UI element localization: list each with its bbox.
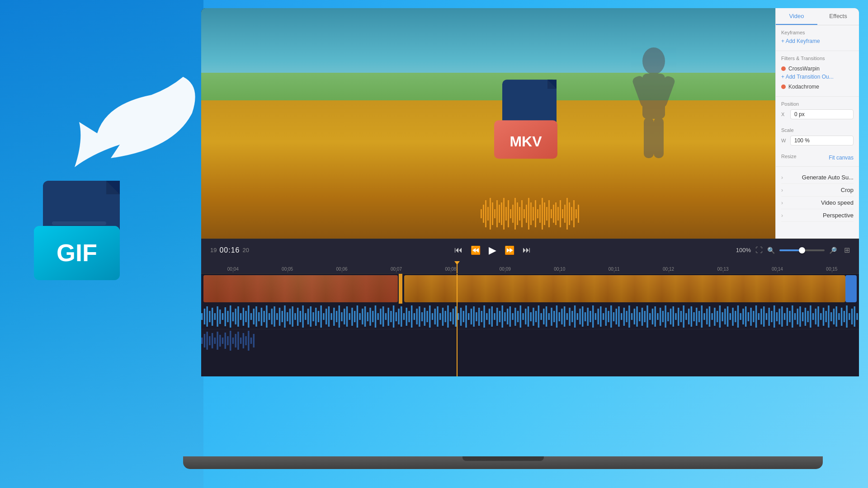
skip-back-button[interactable]: ⏮ — [454, 245, 462, 255]
zoom-slider[interactable] — [779, 249, 825, 251]
svg-rect-181 — [504, 312, 505, 321]
crop-row[interactable]: › Crop — [781, 184, 854, 197]
video-speed-row[interactable]: › Video speed — [781, 197, 854, 209]
svg-rect-302 — [817, 306, 819, 327]
video-clip-2[interactable] — [404, 275, 845, 302]
svg-rect-301 — [815, 309, 816, 324]
svg-rect-249 — [680, 311, 682, 322]
position-section: Position X 0 px — [776, 97, 859, 127]
add-keyframe-button[interactable]: + Add Keyframe — [781, 38, 854, 44]
scale-w-input[interactable]: 100 % — [790, 136, 854, 145]
svg-rect-149 — [421, 312, 423, 321]
svg-rect-289 — [784, 313, 785, 320]
svg-rect-299 — [810, 305, 811, 328]
svg-rect-225 — [618, 306, 619, 327]
svg-rect-56 — [562, 209, 563, 218]
clip-2-thumbnail — [404, 275, 845, 302]
svg-rect-259 — [706, 309, 708, 324]
svg-rect-226 — [621, 313, 622, 320]
svg-rect-158 — [444, 311, 446, 322]
svg-rect-89 — [266, 305, 267, 328]
svg-rect-187 — [520, 305, 521, 328]
svg-rect-47 — [542, 198, 543, 230]
svg-rect-260 — [709, 306, 710, 327]
position-label: Position — [781, 101, 854, 107]
svg-rect-79 — [240, 313, 241, 320]
resize-row: Resize Fit canvas — [781, 154, 854, 162]
ruler-mark-6: 00:10 — [533, 267, 587, 272]
svg-rect-125 — [359, 313, 360, 320]
svg-rect-96 — [284, 305, 285, 328]
svg-rect-82 — [248, 305, 249, 328]
svg-rect-273 — [742, 309, 744, 324]
svg-rect-87 — [261, 308, 262, 326]
play-button[interactable]: ▶ — [489, 244, 496, 256]
svg-rect-14 — [654, 117, 664, 158]
skip-forward-button[interactable]: ⏭ — [523, 245, 531, 255]
position-x-input[interactable]: 0 px — [790, 109, 854, 119]
crop-chevron: › — [781, 187, 783, 193]
svg-rect-113 — [328, 306, 330, 327]
time-after: 20 — [243, 247, 249, 253]
svg-rect-263 — [717, 311, 718, 322]
svg-rect-114 — [330, 313, 332, 320]
svg-rect-298 — [807, 311, 808, 322]
svg-rect-116 — [336, 311, 337, 322]
video-clip-1[interactable] — [203, 275, 398, 302]
svg-rect-141 — [401, 306, 402, 327]
svg-rect-91 — [271, 309, 273, 324]
svg-rect-62 — [576, 209, 577, 218]
svg-rect-93 — [276, 313, 278, 320]
svg-rect-157 — [442, 308, 443, 326]
svg-rect-81 — [245, 311, 246, 322]
svg-rect-200 — [553, 311, 555, 322]
svg-rect-215 — [592, 305, 594, 328]
mkv-overlay: MKV — [494, 77, 566, 161]
panel-toggle-button[interactable]: ⊞ — [844, 246, 850, 254]
svg-rect-51 — [551, 209, 552, 218]
forward-button[interactable]: ⏩ — [505, 245, 514, 255]
fit-canvas-button[interactable]: Fit canvas — [829, 155, 854, 161]
svg-rect-186 — [517, 311, 519, 322]
svg-rect-102 — [300, 311, 301, 322]
svg-rect-35 — [514, 198, 516, 230]
svg-rect-21 — [483, 205, 484, 223]
svg-rect-49 — [546, 207, 547, 221]
svg-rect-169 — [473, 306, 474, 327]
generate-auto-row[interactable]: › Generate Auto Su... — [781, 171, 854, 184]
video-preview: MKV — [201, 8, 859, 239]
svg-rect-222 — [610, 305, 612, 328]
fullscreen-button[interactable]: ⛶ — [755, 246, 763, 254]
zoom-thumb — [799, 247, 805, 253]
perspective-row[interactable]: › Perspective — [781, 209, 854, 222]
tab-effects[interactable]: Effects — [817, 8, 859, 25]
rewind-button[interactable]: ⏪ — [471, 245, 481, 255]
svg-rect-224 — [616, 309, 617, 324]
svg-rect-318 — [201, 338, 203, 344]
svg-rect-329 — [230, 331, 231, 351]
playhead-ruler — [457, 261, 458, 273]
svg-rect-292 — [792, 305, 793, 328]
svg-rect-147 — [416, 309, 417, 324]
tab-video[interactable]: Video — [776, 8, 817, 25]
editor-container: MKV — [201, 8, 859, 376]
svg-rect-48 — [544, 202, 545, 225]
svg-rect-309 — [835, 306, 837, 327]
zoom-in-icon[interactable]: 🔎 — [829, 247, 837, 254]
clip-1-bg — [203, 275, 398, 302]
zoom-out-icon[interactable]: 🔍 — [767, 247, 775, 254]
svg-rect-133 — [380, 309, 381, 324]
svg-rect-206 — [569, 308, 570, 326]
position-x-row: X 0 px — [781, 109, 854, 119]
video-clip-blue-end[interactable] — [845, 275, 857, 302]
video-track — [201, 274, 859, 303]
svg-rect-59 — [569, 202, 570, 225]
svg-rect-69 — [214, 313, 216, 320]
svg-rect-327 — [225, 333, 226, 349]
svg-rect-168 — [471, 309, 472, 324]
add-transition-button[interactable]: + Add Transition Ou... — [781, 74, 854, 80]
svg-rect-241 — [660, 308, 661, 326]
scale-w-row: W 100 % — [781, 136, 854, 145]
svg-rect-277 — [753, 311, 754, 322]
svg-rect-22 — [485, 200, 486, 227]
